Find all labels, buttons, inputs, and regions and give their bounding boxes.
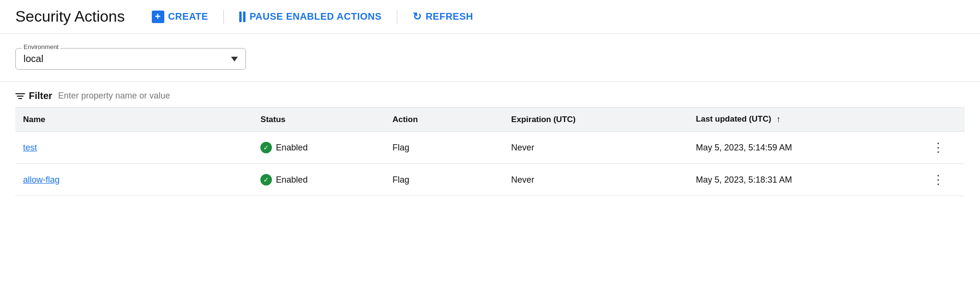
page-header: Security Actions + CREATE PAUSE ENABLED …	[0, 0, 980, 34]
create-button[interactable]: + CREATE	[148, 9, 212, 25]
cell-expiration-0: Never	[503, 132, 688, 164]
filter-label: Filter	[29, 90, 52, 101]
separator-2	[397, 10, 397, 24]
table-row: test ✓ Enabled Flag Never May 5, 2023, 5…	[15, 132, 965, 164]
more-menu-button-0[interactable]: ⋮	[927, 139, 950, 156]
cell-name-0: test	[15, 132, 253, 164]
pause-label: PAUSE ENABLED ACTIONS	[249, 11, 381, 22]
status-check-icon-0: ✓	[260, 142, 272, 153]
filter-input[interactable]	[58, 91, 250, 101]
cell-action-1: Flag	[385, 164, 503, 196]
pause-button[interactable]: PAUSE ENABLED ACTIONS	[235, 9, 385, 24]
environment-select[interactable]: Environment local	[15, 48, 246, 70]
cell-lastupdated-1: May 5, 2023, 5:18:31 AM	[688, 164, 913, 196]
table-row: allow-flag ✓ Enabled Flag Never May 5, 2…	[15, 164, 965, 196]
security-actions-table: Name Status Action Expiration (UTC) Last…	[15, 107, 965, 196]
cell-expiration-1: Never	[503, 164, 688, 196]
col-header-name: Name	[15, 108, 253, 132]
header-actions: + CREATE PAUSE ENABLED ACTIONS ↻ REFRESH	[148, 9, 477, 25]
pause-icon	[239, 12, 245, 22]
col-header-status: Status	[253, 108, 385, 132]
status-label-1: Enabled	[276, 175, 307, 185]
environment-section: Environment local	[0, 34, 980, 70]
col-header-more	[912, 108, 965, 132]
cell-more-0: ⋮	[912, 132, 965, 164]
chevron-down-icon	[231, 57, 238, 62]
cell-action-0: Flag	[385, 132, 503, 164]
filter-icon	[15, 93, 25, 99]
filter-button[interactable]: Filter	[15, 90, 52, 101]
refresh-icon: ↻	[413, 11, 422, 23]
table-header-row: Name Status Action Expiration (UTC) Last…	[15, 108, 965, 132]
cell-status-1: ✓ Enabled	[253, 164, 385, 196]
refresh-label: REFRESH	[426, 11, 473, 22]
cell-lastupdated-0: May 5, 2023, 5:14:59 AM	[688, 132, 913, 164]
filter-bar: Filter	[0, 82, 980, 107]
status-label-0: Enabled	[276, 143, 307, 153]
name-link-1[interactable]: allow-flag	[23, 175, 60, 185]
col-header-expiration: Expiration (UTC)	[503, 108, 688, 132]
environment-label: Environment	[22, 43, 61, 50]
page-title: Security Actions	[15, 8, 125, 25]
refresh-button[interactable]: ↻ REFRESH	[409, 9, 477, 25]
table-container: Name Status Action Expiration (UTC) Last…	[0, 107, 980, 196]
cell-more-1: ⋮	[912, 164, 965, 196]
separator-1	[223, 10, 224, 24]
col-header-action: Action	[385, 108, 503, 132]
more-menu-button-1[interactable]: ⋮	[927, 172, 950, 188]
sort-icon: ↑	[776, 114, 781, 124]
cell-status-0: ✓ Enabled	[253, 132, 385, 164]
environment-value: local	[24, 53, 43, 64]
name-link-0[interactable]: test	[23, 143, 37, 152]
col-header-lastupdated[interactable]: Last updated (UTC) ↑	[688, 108, 913, 132]
create-icon: +	[152, 11, 164, 23]
cell-name-1: allow-flag	[15, 164, 253, 196]
status-check-icon-1: ✓	[260, 174, 272, 186]
create-label: CREATE	[168, 11, 208, 22]
